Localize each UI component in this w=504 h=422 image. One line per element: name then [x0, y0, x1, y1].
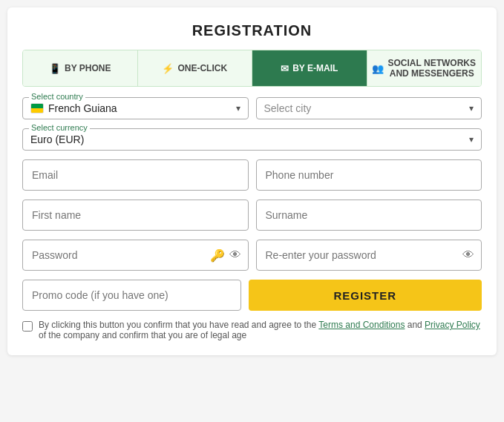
tab-social[interactable]: 👥 SOCIAL NETWORKS AND MESSENGERS [367, 50, 482, 86]
phone-wrapper [256, 159, 482, 191]
eye-slash-icon-re[interactable]: 👁 [462, 248, 474, 262]
city-col: Select city ▾ [256, 97, 482, 119]
terms-between-text: and [405, 320, 425, 330]
email-icon: ✉ [281, 63, 289, 74]
eye-slash-icon[interactable]: 👁 [229, 248, 241, 263]
email-input[interactable] [22, 159, 249, 191]
tab-by-phone-label: BY PHONE [65, 63, 111, 73]
terms-row: By clicking this button you confirm that… [22, 320, 482, 340]
surname-wrapper [256, 200, 482, 231]
country-text: French Guiana [48, 102, 117, 114]
password-wrapper: 🔑 👁 [22, 240, 249, 271]
password-row: 🔑 👁 👁 [22, 240, 482, 271]
country-value: French Guiana [30, 102, 224, 114]
country-chevron-down-icon: ▾ [236, 103, 240, 113]
terms-text: By clicking this button you confirm that… [39, 320, 482, 340]
country-city-row: Select country French Guiana ▾ Select ci… [22, 97, 482, 119]
tab-by-email[interactable]: ✉ BY E-MAIL [252, 50, 367, 86]
flag-icon [30, 103, 44, 113]
terms-before-text: By clicking this button you confirm that… [39, 320, 318, 330]
email-phone-row [22, 159, 482, 191]
currency-text: Euro (EUR) [30, 133, 84, 145]
currency-value: Euro (EUR) [30, 133, 457, 145]
tab-one-click-label: ONE-CLICK [177, 63, 227, 73]
surname-input[interactable] [256, 200, 482, 231]
repassword-col: 👁 [256, 240, 482, 271]
country-col: Select country French Guiana ▾ [22, 97, 249, 119]
tab-by-email-label: BY E-MAIL [292, 63, 338, 73]
repassword-icons: 👁 [462, 248, 474, 262]
tab-by-phone[interactable]: 📱 BY PHONE [23, 50, 138, 86]
password-col: 🔑 👁 [22, 240, 249, 271]
country-label: Select country [29, 92, 85, 101]
tab-social-label: SOCIAL NETWORKS AND MESSENGERS [387, 58, 477, 79]
terms-after-text: of the company and confirm that you are … [39, 330, 246, 340]
phone-icon: 📱 [49, 63, 61, 74]
promo-register-row: REGISTER [22, 280, 482, 311]
key-icon[interactable]: 🔑 [210, 248, 225, 263]
promo-input[interactable] [22, 280, 241, 311]
surname-col [256, 200, 482, 231]
lightning-icon: ⚡ [162, 63, 174, 74]
city-select-wrapper[interactable]: Select city ▾ [256, 97, 482, 119]
name-row [22, 200, 482, 231]
currency-chevron-down-icon: ▾ [469, 134, 474, 145]
firstname-input[interactable] [22, 200, 249, 231]
currency-row: Select currency Euro (EUR) ▾ [22, 128, 482, 151]
registration-container: REGISTRATION 📱 BY PHONE ⚡ ONE-CLICK ✉ BY… [7, 7, 497, 355]
city-chevron-down-icon: ▾ [469, 103, 474, 113]
page-title: REGISTRATION [22, 22, 482, 39]
password-icons: 🔑 👁 [210, 248, 241, 263]
promo-wrapper [22, 280, 241, 311]
repassword-wrapper: 👁 [256, 240, 482, 271]
social-icon: 👥 [372, 63, 384, 74]
city-placeholder-text: Select city [264, 102, 458, 114]
currency-label: Select currency [29, 123, 90, 132]
firstname-wrapper [22, 200, 249, 231]
currency-select-wrapper[interactable]: Select currency Euro (EUR) ▾ [22, 128, 482, 151]
email-wrapper [22, 159, 249, 191]
repassword-input[interactable] [256, 240, 482, 271]
phone-col [256, 159, 482, 191]
privacy-policy-link[interactable]: Privacy Policy [425, 320, 480, 330]
tabs-row: 📱 BY PHONE ⚡ ONE-CLICK ✉ BY E-MAIL 👥 SOC… [22, 50, 482, 87]
terms-checkbox[interactable] [22, 321, 33, 332]
tab-one-click[interactable]: ⚡ ONE-CLICK [138, 50, 253, 86]
country-select-wrapper[interactable]: Select country French Guiana ▾ [22, 97, 249, 119]
firstname-col [22, 200, 249, 231]
phone-input[interactable] [256, 159, 482, 191]
promo-col [22, 280, 241, 311]
email-col [22, 159, 249, 191]
terms-and-conditions-link[interactable]: Terms and Conditions [318, 320, 405, 330]
register-button[interactable]: REGISTER [249, 280, 482, 311]
